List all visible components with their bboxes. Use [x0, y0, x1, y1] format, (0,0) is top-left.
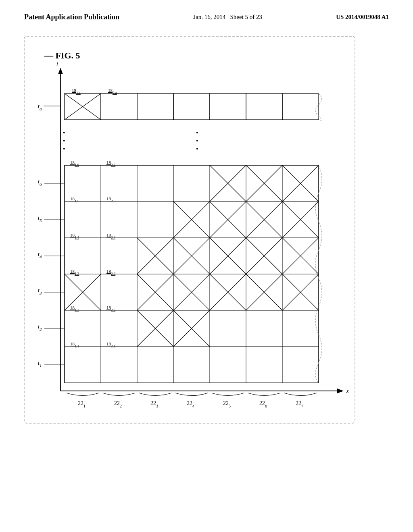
svg-text:222: 222: [114, 400, 122, 408]
svg-marker-2: [58, 68, 63, 74]
sheet-info: Sheet 5 of 23: [230, 14, 262, 20]
svg-text:t: t: [56, 60, 58, 67]
svg-text:t2: t2: [38, 324, 42, 332]
svg-text:225: 225: [223, 400, 231, 408]
figure-5-diagram: — FIG. 5 t x ta 181,a 182,a • • • • • • …: [20, 32, 359, 427]
svg-text:t4: t4: [38, 251, 42, 259]
svg-text:181,6: 181,6: [70, 160, 79, 167]
svg-rect-16: [173, 94, 210, 120]
svg-text:t5: t5: [38, 215, 42, 223]
svg-text:181,3: 181,3: [70, 269, 79, 276]
svg-text:181,5: 181,5: [70, 196, 79, 203]
svg-text:221: 221: [78, 400, 86, 408]
svg-text:227: 227: [296, 400, 303, 408]
svg-rect-18: [246, 94, 282, 120]
svg-rect-15: [137, 94, 173, 120]
pub-date: Jan. 16, 2014: [193, 14, 225, 20]
svg-text:181,1: 181,1: [70, 341, 79, 348]
svg-marker-5: [337, 389, 344, 393]
svg-text:182,2: 182,2: [106, 305, 115, 312]
svg-text:182,4: 182,4: [106, 233, 116, 239]
svg-text:t6: t6: [38, 179, 42, 187]
svg-text:223: 223: [150, 400, 158, 408]
svg-text:x: x: [346, 387, 349, 394]
publication-date-sheet: Jan. 16, 2014 Sheet 5 of 23: [193, 12, 262, 22]
svg-text:182,3: 182,3: [106, 269, 116, 276]
svg-text:t1: t1: [38, 360, 42, 368]
publication-title: Patent Application Publication: [24, 12, 119, 22]
svg-text:182,5: 182,5: [106, 196, 116, 203]
svg-text:182,6: 182,6: [106, 160, 116, 167]
svg-text:•: •: [63, 137, 65, 144]
svg-rect-0: [24, 36, 355, 423]
svg-text:•: •: [63, 129, 65, 136]
svg-text:t3: t3: [38, 287, 42, 295]
svg-text:•: •: [196, 129, 198, 136]
svg-text:•: •: [196, 145, 198, 152]
svg-text:181,2: 181,2: [70, 305, 79, 312]
svg-text:181,4: 181,4: [70, 233, 79, 239]
page-header: Patent Application Publication Jan. 16, …: [0, 0, 413, 22]
svg-rect-13: [101, 94, 137, 120]
publication-number: US 2014/0019048 A1: [336, 12, 389, 22]
svg-text:ta: ta: [38, 103, 42, 111]
svg-rect-17: [210, 94, 246, 120]
svg-text:•: •: [196, 137, 198, 144]
svg-text:182,1: 182,1: [106, 341, 115, 348]
svg-text:•: •: [63, 145, 65, 152]
svg-text:226: 226: [259, 400, 267, 408]
svg-rect-19: [282, 94, 319, 120]
svg-text:224: 224: [187, 400, 194, 408]
fig-label: — FIG. 5: [44, 50, 80, 60]
